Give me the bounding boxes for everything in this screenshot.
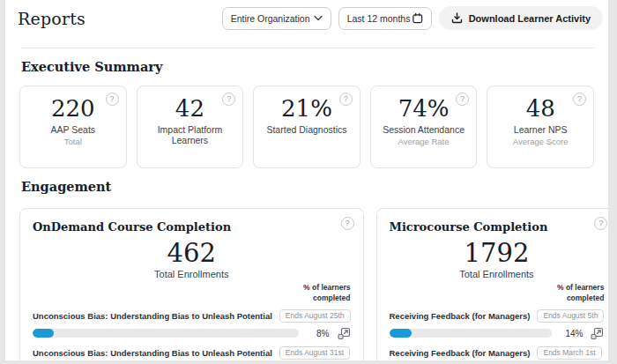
help-icon[interactable]: ?	[341, 217, 354, 230]
stat-sublabel: Average Rate	[374, 137, 474, 146]
microcourse-completion-card: ? Microcourse Completion 1792 Total Enro…	[376, 208, 609, 360]
open-in-popup-icon[interactable]	[591, 327, 604, 340]
course-name: Receiving Feedback (for Managers)	[390, 311, 531, 321]
stat-label: Started Diagnostics	[256, 124, 357, 135]
progress-fill	[390, 329, 413, 338]
progress-fill	[33, 329, 54, 338]
header-divider	[21, 48, 594, 48]
help-icon[interactable]: ?	[573, 93, 586, 106]
organization-filter-dropdown[interactable]: Entire Organization	[222, 7, 331, 30]
card-title: OnDemand Course Completion	[33, 220, 351, 234]
stat-label: Impact Platform Learners	[140, 124, 241, 145]
course-name: Receiving Feedback (for Managers)	[390, 348, 531, 358]
calendar-icon	[412, 12, 423, 24]
chevron-down-icon	[314, 15, 323, 21]
total-enrollments-value: 462	[33, 240, 351, 268]
open-in-popup-icon[interactable]	[338, 327, 351, 340]
course-row: Unconscious Bias: Understanding Bias to …	[33, 346, 351, 360]
screenshot-canvas: Reports Entire Organization Last 12 mont…	[0, 0, 617, 364]
stat-card-learner-nps: ? 48 Learner NPS Average Score	[487, 85, 594, 168]
course-end-date-badge: Ends March 1st	[537, 346, 601, 360]
progress-track	[390, 329, 553, 338]
course-end-date-badge: Ends August 31st	[279, 346, 350, 360]
stat-card-started-diagnostics: ? 21% Started Diagnostics	[253, 85, 361, 168]
engagement-heading: Engagement	[21, 179, 592, 194]
stat-sublabel: Average Score	[490, 137, 591, 146]
stat-label: Session Attendance	[374, 124, 474, 135]
organization-filter-value: Entire Organization	[231, 13, 310, 24]
course-name: Unconscious Bias: Understanding Bias to …	[33, 311, 272, 321]
download-icon	[451, 12, 463, 24]
course-row: Receiving Feedback (for Managers) Ends M…	[390, 346, 605, 360]
engagement-cards: ? OnDemand Course Completion 462 Total E…	[19, 208, 594, 360]
course-end-date-badge: Ends August 25th	[279, 309, 351, 323]
percent-completed-column-note: % of learners completed	[540, 283, 604, 302]
page-header: Reports Entire Organization Last 12 mont…	[5, 0, 608, 30]
total-enrollments-label: Total Enrollments	[33, 269, 351, 279]
progress-percent: 14%	[560, 329, 583, 338]
executive-summary-heading: Executive Summary	[21, 59, 592, 74]
stat-card-session-attendance: ? 74% Session Attendance Average Rate	[370, 85, 478, 168]
stat-sublabel	[256, 137, 357, 146]
course-name: Unconscious Bias: Understanding Bias to …	[33, 348, 272, 358]
card-title: Microcourse Completion	[390, 220, 605, 234]
help-icon[interactable]: ?	[106, 93, 119, 106]
help-icon[interactable]: ?	[339, 93, 353, 106]
stat-label: AAP Seats	[23, 124, 123, 135]
total-enrollments-label: Total Enrollments	[390, 269, 605, 279]
page-title: Reports	[18, 9, 85, 28]
header-controls: Entire Organization Last 12 months Downl…	[222, 6, 603, 30]
progress-track	[33, 329, 299, 338]
total-enrollments-value: 1792	[390, 240, 605, 268]
download-learner-activity-button[interactable]: Download Learner Activity	[439, 6, 603, 30]
stat-card-impact-platform-learners: ? 42 Impact Platform Learners	[137, 85, 244, 168]
stat-sublabel	[140, 147, 241, 157]
download-button-label: Download Learner Activity	[469, 13, 591, 24]
date-range-value: Last 12 months	[347, 13, 411, 24]
stat-card-aap-seats: ? 220 AAP Seats Total	[19, 85, 127, 168]
ondemand-course-completion-card: ? OnDemand Course Completion 462 Total E…	[19, 208, 364, 360]
stat-label: Learner NPS	[490, 124, 591, 135]
course-row: Receiving Feedback (for Managers) Ends A…	[390, 309, 605, 340]
course-row: Unconscious Bias: Understanding Bias to …	[33, 309, 351, 340]
help-icon[interactable]: ?	[594, 217, 607, 230]
date-range-picker[interactable]: Last 12 months	[338, 7, 432, 30]
executive-summary-stats: ? 220 AAP Seats Total ? 42 Impact Platfo…	[19, 85, 594, 168]
stat-sublabel: Total	[23, 137, 123, 146]
reports-page: Reports Entire Organization Last 12 mont…	[5, 0, 608, 360]
course-end-date-badge: Ends August 5th	[537, 309, 604, 323]
percent-completed-column-note: % of learners completed	[287, 283, 351, 302]
progress-percent: 8%	[307, 329, 330, 338]
